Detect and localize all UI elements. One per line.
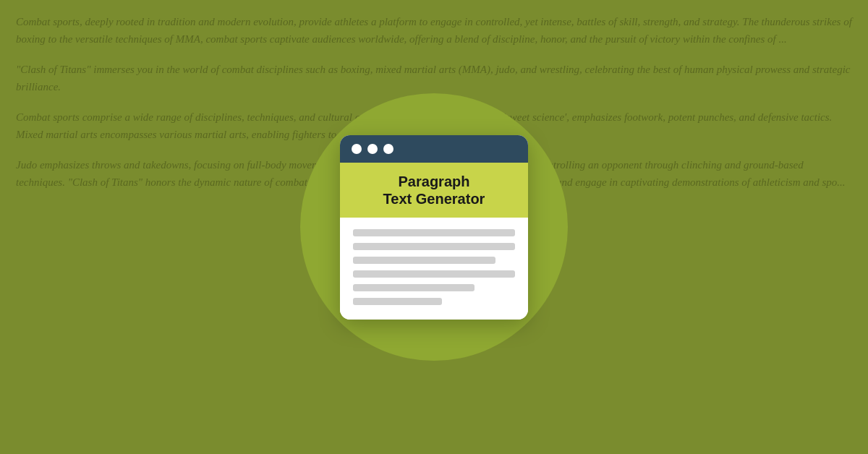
content-line-4: [353, 270, 515, 278]
center-overlay: ParagraphText Generator: [0, 0, 868, 454]
content-line-3: [353, 257, 495, 264]
browser-title-text: ParagraphText Generator: [352, 173, 516, 207]
browser-dot-1: [352, 144, 362, 154]
content-line-2: [353, 243, 515, 250]
browser-dot-2: [367, 144, 378, 154]
browser-titlebar: [340, 135, 528, 163]
green-circle: ParagraphText Generator: [300, 93, 568, 361]
content-line-1: [353, 229, 515, 236]
content-line-5: [353, 284, 475, 291]
browser-dot-3: [383, 144, 393, 154]
browser-title-area: ParagraphText Generator: [340, 163, 528, 218]
browser-window: ParagraphText Generator: [340, 135, 528, 320]
content-line-6: [353, 298, 442, 305]
browser-content: [340, 218, 528, 320]
